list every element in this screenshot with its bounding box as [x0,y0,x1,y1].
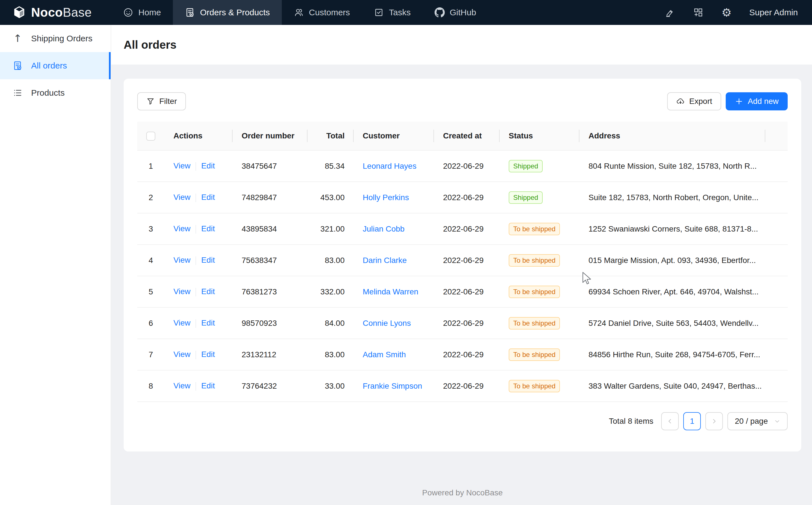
table-row: 6 ViewEdit 98570923 84.00 Connie Lyons 2… [137,307,788,339]
customer-cell: Frankie Simpson [354,370,434,402]
tab-label: Orders & Products [200,8,270,17]
customer-link[interactable]: Holly Perkins [363,193,409,202]
table-row: 8 ViewEdit 73764232 33.00 Frankie Simpso… [137,370,788,402]
page-1-button[interactable]: 1 [683,412,701,430]
pagination: Total 8 items 1 20 / page [137,412,788,430]
edit-link[interactable]: Edit [201,193,215,201]
status-badge: To be shipped [509,223,560,235]
address-cell: 69934 Schoen River, Apt. 646, 49704, Wal… [579,276,765,307]
pagination-total: Total 8 items [609,417,653,426]
page-title: All orders [123,38,177,51]
address-cell: Suite 182, 15783, North Robert, Oregon, … [579,182,765,213]
nocobase-logo-icon [12,6,26,19]
row-spacer [765,244,788,276]
created-at-cell: 2022-06-29 [434,370,500,402]
edit-link[interactable]: Edit [201,161,215,170]
customer-link[interactable]: Frankie Simpson [363,381,422,390]
plus-icon [735,97,743,106]
tab-label: Tasks [389,8,411,17]
total-cell: 33.00 [307,370,354,402]
view-link[interactable]: View [174,350,191,359]
column-header-created-at: Created at [434,122,500,150]
edit-link[interactable]: Edit [201,256,215,265]
sidebar-item-products[interactable]: Products [0,79,110,107]
nocobase-logo[interactable]: NocoBase [0,0,111,25]
customer-cell: Leonard Hayes [354,150,434,182]
customer-link[interactable]: Darin Clarke [363,256,407,265]
cloud-download-icon [676,97,685,106]
edit-link[interactable]: Edit [201,287,215,296]
gear-icon: ⚙ [722,7,732,18]
sidebar-item-label: Products [31,88,64,98]
tab-github[interactable]: GitHub [423,0,488,25]
status-cell: To be shipped [500,244,579,276]
edit-link[interactable]: Edit [201,224,215,233]
filter-button[interactable]: Filter [137,92,186,111]
edit-link[interactable]: Edit [201,350,215,359]
customer-link[interactable]: Adam Smith [363,350,406,359]
action-divider [196,382,196,391]
export-button[interactable]: Export [667,92,721,111]
action-divider [196,225,196,233]
view-link[interactable]: View [174,193,191,201]
add-new-button[interactable]: Add new [726,92,788,111]
customer-link[interactable]: Connie Lyons [363,319,411,328]
brand-name: NocoBase [31,5,92,19]
tab-label: Customers [309,8,350,17]
appstore-add-icon [693,7,703,18]
row-actions: ViewEdit [165,307,233,339]
select-all-checkbox[interactable] [146,132,155,141]
view-link[interactable]: View [174,224,191,233]
edit-link[interactable]: Edit [201,381,215,390]
tab-label: GitHub [450,8,476,17]
table-row: 5 ViewEdit 76381273 332.00 Melinda Warre… [137,276,788,307]
filter-icon [146,97,155,106]
tab-orders-products[interactable]: Orders & Products [173,0,282,25]
customer-cell: Julian Cobb [354,213,434,244]
status-badge: To be shipped [509,317,560,330]
ui-editor-button[interactable] [664,7,675,18]
carry-out-icon [374,7,384,18]
customer-link[interactable]: Melinda Warren [363,287,419,296]
sidebar-item-shipping-orders[interactable]: ↑ Shipping Orders [0,25,110,52]
customer-link[interactable]: Leonard Hayes [363,162,417,170]
tab-home[interactable]: Home [111,0,173,25]
edit-link[interactable]: Edit [201,318,215,327]
total-cell: 84.00 [307,307,354,339]
sidebar: ↑ Shipping Orders All orders [0,25,111,505]
sidebar-item-all-orders[interactable]: All orders [0,52,110,79]
order-number-cell: 75638347 [233,244,307,276]
powered-by-footer: Powered by NocoBase [123,488,801,497]
order-number-cell: 73764232 [233,370,307,402]
view-link[interactable]: View [174,318,191,327]
view-link[interactable]: View [174,256,191,265]
customer-cell: Melinda Warren [354,276,434,307]
order-number-cell: 74829847 [233,182,307,213]
navbar-tabs: Home Orders & Products Customers [111,0,488,25]
customer-link[interactable]: Julian Cobb [363,224,404,233]
column-header-order-number: Order number [233,122,307,150]
view-link[interactable]: View [174,381,191,390]
tab-customers[interactable]: Customers [282,0,362,25]
next-page-button[interactable] [705,412,723,430]
chevron-right-icon [711,418,718,425]
total-cell: 83.00 [307,244,354,276]
user-menu[interactable]: Super Admin [749,8,798,17]
table-row: 1 ViewEdit 38475647 85.34 Leonard Hayes … [137,150,788,182]
settings-button[interactable]: ⚙ [721,7,732,18]
status-badge: Shipped [509,191,543,204]
status-badge: To be shipped [509,254,560,267]
tab-tasks[interactable]: Tasks [362,0,423,25]
row-index: 4 [137,244,165,276]
row-spacer [765,370,788,402]
row-spacer [765,150,788,182]
prev-page-button[interactable] [661,412,679,430]
select-all-header [137,122,165,150]
page-size-select[interactable]: 20 / page [728,412,788,430]
sidebar-item-label: Shipping Orders [31,34,92,43]
view-link[interactable]: View [174,287,191,296]
status-cell: Shipped [500,150,579,182]
view-link[interactable]: View [174,161,191,170]
plugin-manager-button[interactable] [693,7,704,18]
table-body: 1 ViewEdit 38475647 85.34 Leonard Hayes … [137,150,788,402]
